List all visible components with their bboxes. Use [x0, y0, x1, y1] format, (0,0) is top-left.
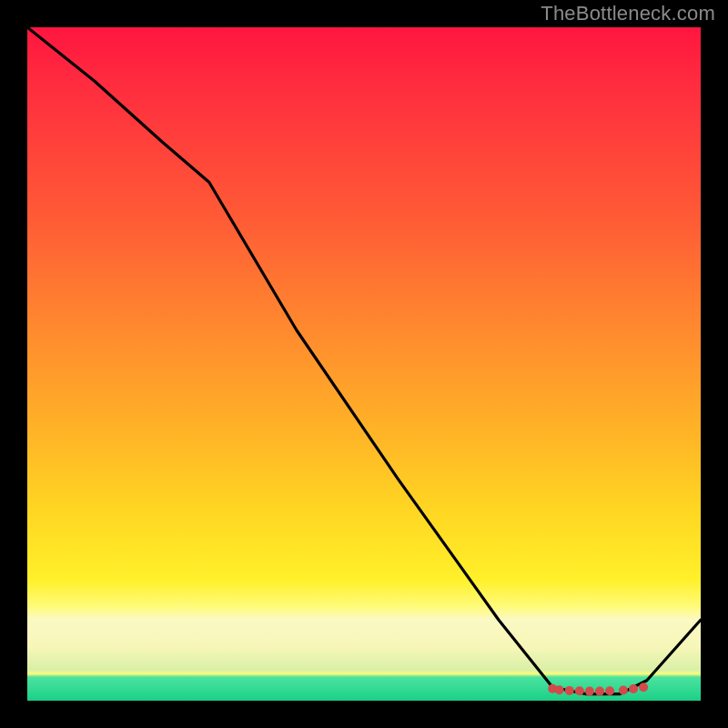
- marker-dot: [575, 686, 584, 695]
- curve-line: [27, 27, 701, 694]
- marker-dot: [629, 684, 638, 693]
- chart-svg: [27, 27, 701, 701]
- marker-dot: [619, 686, 628, 695]
- marker-dot: [605, 686, 614, 695]
- marker-dot: [639, 682, 648, 692]
- marker-group: [548, 682, 648, 695]
- marker-dot: [565, 686, 574, 695]
- plot-area: [27, 27, 701, 701]
- marker-dot: [555, 685, 564, 694]
- watermark-text: TheBottleneck.com: [541, 2, 715, 25]
- marker-dot: [595, 687, 604, 696]
- marker-dot: [585, 687, 594, 696]
- chart-container: TheBottleneck.com: [0, 0, 728, 728]
